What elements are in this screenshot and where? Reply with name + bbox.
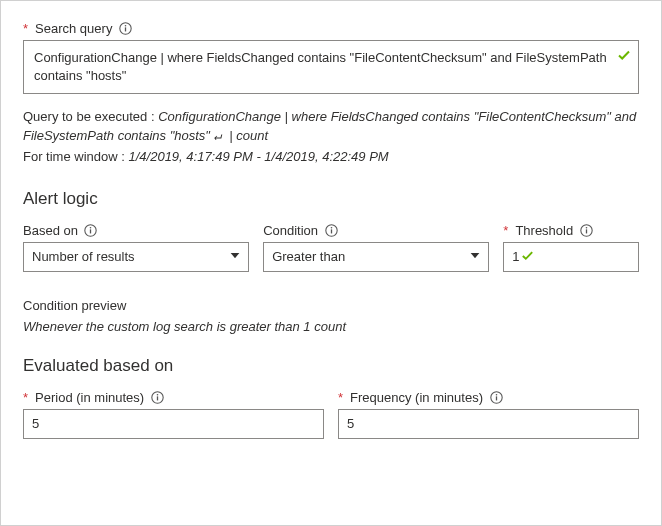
frequency-value: 5: [347, 416, 354, 431]
query-description-line2: For time window : 1/4/2019, 4:17:49 PM -…: [23, 148, 639, 167]
frequency-col: * Frequency (in minutes) 5: [338, 390, 639, 439]
required-marker: *: [338, 390, 343, 405]
condition-preview-text: Whenever the custom log search is greate…: [23, 319, 639, 334]
required-marker: *: [503, 223, 508, 238]
time-window-range: 1/4/2019, 4:17:49 PM - 1/4/2019, 4:22:49…: [128, 149, 388, 164]
threshold-col: * Threshold 1: [503, 223, 639, 272]
frequency-input[interactable]: 5: [338, 409, 639, 439]
svg-point-7: [330, 227, 332, 229]
frequency-label: Frequency (in minutes): [350, 390, 483, 405]
info-icon[interactable]: [324, 223, 338, 237]
evaluated-title: Evaluated based on: [23, 356, 639, 376]
threshold-input[interactable]: 1: [503, 242, 639, 272]
period-value: 5: [32, 416, 39, 431]
search-query-label: Search query: [35, 21, 112, 36]
threshold-label: Threshold: [515, 223, 573, 238]
based-on-col: Based on Number of results: [23, 223, 249, 272]
based-on-label: Based on: [23, 223, 78, 238]
svg-point-10: [585, 227, 587, 229]
condition-select[interactable]: Greater than: [263, 242, 489, 272]
condition-value: Greater than: [272, 249, 345, 264]
search-query-label-row: * Search query: [23, 21, 639, 36]
period-input[interactable]: 5: [23, 409, 324, 439]
threshold-value: 1: [512, 249, 519, 264]
frequency-label-row: * Frequency (in minutes): [338, 390, 639, 405]
info-icon[interactable]: [150, 390, 164, 404]
threshold-label-row: * Threshold: [503, 223, 639, 238]
required-marker: *: [23, 390, 28, 405]
required-marker: *: [23, 21, 28, 36]
based-on-value: Number of results: [32, 249, 135, 264]
query-desc-suffix: | count: [229, 128, 268, 143]
query-desc-prefix: Query to be executed :: [23, 109, 158, 124]
svg-point-16: [495, 394, 497, 396]
period-col: * Period (in minutes) 5: [23, 390, 324, 439]
alert-logic-row: Based on Number of results Condition: [23, 223, 639, 272]
svg-rect-8: [330, 229, 331, 233]
search-query-value: ConfigurationChange | where FieldsChange…: [34, 50, 607, 83]
check-icon: [520, 248, 535, 266]
time-window-prefix: For time window :: [23, 149, 128, 164]
check-icon: [616, 47, 632, 68]
condition-label-row: Condition: [263, 223, 489, 238]
info-icon[interactable]: [118, 22, 132, 36]
svg-point-4: [90, 227, 92, 229]
based-on-select[interactable]: Number of results: [23, 242, 249, 272]
info-icon[interactable]: [84, 223, 98, 237]
condition-label: Condition: [263, 223, 318, 238]
svg-rect-11: [586, 229, 587, 233]
search-query-input[interactable]: ConfigurationChange | where FieldsChange…: [23, 40, 639, 94]
condition-preview-label: Condition preview: [23, 298, 639, 313]
query-description-line1: Query to be executed : ConfigurationChan…: [23, 108, 639, 146]
chevron-down-icon: [468, 248, 482, 265]
info-icon[interactable]: [489, 390, 503, 404]
alert-logic-title: Alert logic: [23, 189, 639, 209]
period-label: Period (in minutes): [35, 390, 144, 405]
chevron-down-icon: [228, 248, 242, 265]
alert-config-panel: * Search query ConfigurationChange | whe…: [0, 0, 662, 526]
evaluated-row: * Period (in minutes) 5 * Frequency (in …: [23, 390, 639, 439]
return-icon: ↵: [214, 128, 230, 143]
svg-point-1: [125, 25, 127, 27]
svg-rect-17: [495, 396, 496, 400]
svg-point-13: [156, 394, 158, 396]
based-on-label-row: Based on: [23, 223, 249, 238]
period-label-row: * Period (in minutes): [23, 390, 324, 405]
svg-rect-14: [157, 396, 158, 400]
condition-col: Condition Greater than: [263, 223, 489, 272]
svg-rect-5: [90, 229, 91, 233]
svg-rect-2: [125, 27, 126, 31]
info-icon[interactable]: [579, 223, 593, 237]
